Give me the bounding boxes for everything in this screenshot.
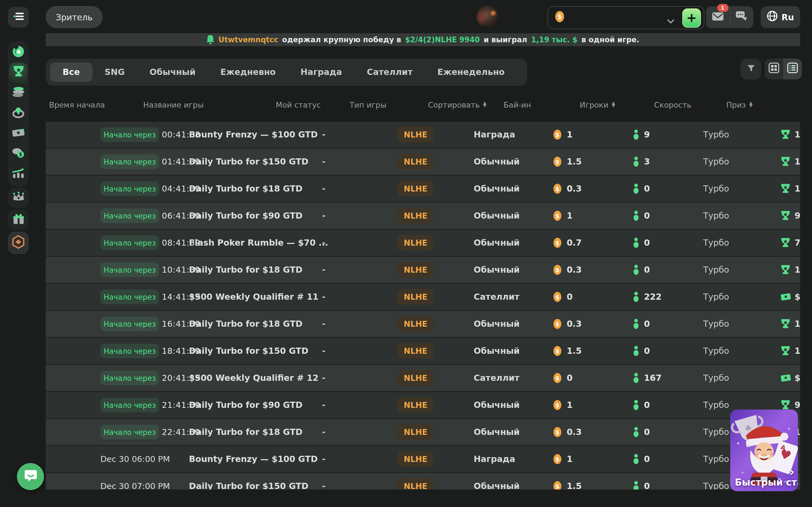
language-button[interactable]: Ru <box>761 6 800 28</box>
table-row[interactable]: Dec 30 07:00 PMDaily Turbo for $150 GTD-… <box>46 473 800 490</box>
table-row[interactable]: Начало через22:41:39Daily Turbo for $18 … <box>46 419 800 446</box>
players-count: 0 <box>644 319 650 329</box>
tab-0[interactable]: Все <box>50 62 92 82</box>
starts-in-badge: Начало через <box>100 317 159 331</box>
sort-arrows-icon[interactable]: ▲▼ <box>612 102 615 108</box>
sidebar-item-home[interactable]: ♠ <box>9 42 28 62</box>
promo-chevron-icon: › <box>790 465 795 479</box>
table-row[interactable]: Начало через18:41:39Daily Turbo for $150… <box>46 338 800 365</box>
buyin-value: 0.3 <box>567 427 581 437</box>
sidebar-nav-group: ♠ $ <box>8 41 29 186</box>
speed: Турбо <box>703 427 729 437</box>
buyin-value: 1 <box>567 400 573 410</box>
buyin-value: 1.5 <box>567 157 581 167</box>
spectator-mode-button[interactable]: Зритель <box>46 6 103 28</box>
players-count: 222 <box>644 292 662 302</box>
start-time: Dec 30 06:00 PM <box>100 455 170 464</box>
sort-arrows-icon[interactable]: ▲▼ <box>483 102 487 108</box>
sidebar-item-rank[interactable] <box>8 231 29 254</box>
table-row[interactable]: Начало через10:41:39Daily Turbo for $18 … <box>46 257 800 284</box>
svg-text:$: $ <box>555 348 559 355</box>
sidebar-item-bonuses[interactable] <box>8 210 29 230</box>
table-row[interactable]: Начало через00:41:38Bounty Frenzy — $100… <box>46 122 800 149</box>
tab-3[interactable]: Ежедневно <box>208 62 288 82</box>
game-name: Daily Turbo for $90 GTD <box>189 400 303 410</box>
dollar-coin-icon: $ <box>553 291 562 302</box>
my-status: - <box>322 129 325 140</box>
tab-4[interactable]: Награда <box>288 62 354 82</box>
table-row[interactable]: Начало через21:41:39Daily Turbo for $90 … <box>46 392 800 419</box>
banner-game: $2/4(2)NLHE 9940 <box>405 36 480 44</box>
list-view-button[interactable] <box>783 59 802 79</box>
trophy-prize-icon <box>780 210 791 221</box>
winner-username[interactable]: Utwtvemnqtcc <box>218 36 278 44</box>
game-name: Daily Turbo for $18 GTD <box>189 427 303 437</box>
prize-value: 18 <box>795 319 800 329</box>
column-header-4[interactable]: Сортировать▲▼ <box>428 100 486 109</box>
buyin-value: 0.3 <box>567 184 581 194</box>
filter-button[interactable] <box>741 59 761 79</box>
prize-value: 100 + Награ... <box>795 129 800 140</box>
mail-button[interactable]: 1 <box>706 6 729 28</box>
add-funds-button[interactable]: + <box>682 8 701 27</box>
table-row[interactable]: Начало через14:41:39$500 Weekly Qualifie… <box>46 284 800 311</box>
sidebar-toggle-button[interactable] <box>8 7 29 27</box>
sidebar-item-tickets[interactable] <box>9 123 28 144</box>
tab-6[interactable]: Еженедельно <box>425 62 517 82</box>
my-status: - <box>322 265 325 275</box>
my-status: - <box>322 400 325 410</box>
sidebar-item-cash-games[interactable] <box>9 83 28 103</box>
avatar[interactable] <box>476 6 499 27</box>
table-row[interactable]: Начало через08:41:39Flash Poker Rumble —… <box>46 230 800 257</box>
support-chat-button[interactable] <box>17 463 44 490</box>
category: Награда <box>474 129 515 140</box>
column-header-5: Бай-ин <box>504 100 531 109</box>
tab-5[interactable]: Сателлит <box>354 62 425 82</box>
chat-button[interactable] <box>730 6 753 28</box>
table-row[interactable]: Начало через20:41:39$500 Weekly Qualifie… <box>46 365 800 392</box>
table-row[interactable]: Начало через16:41:39Daily Turbo for $18 … <box>46 311 800 338</box>
tab-1[interactable]: SNG <box>92 62 137 82</box>
column-header-6[interactable]: Игроки▲▼ <box>580 100 615 109</box>
game-type-badge: NLHE <box>398 127 434 143</box>
game-type-badge: NLHE <box>398 154 434 170</box>
brand-spade-icon: ♠ <box>12 45 25 60</box>
currency-selector[interactable]: $ + <box>548 6 704 29</box>
tab-2[interactable]: Обычный <box>137 62 208 82</box>
dollar-coin-icon: $ <box>553 481 562 490</box>
category: Обычный <box>474 400 520 410</box>
players-icon <box>632 210 640 221</box>
grid-view-button[interactable] <box>765 59 783 79</box>
trophy-prize-icon <box>780 237 791 248</box>
ticket-icon <box>12 127 25 140</box>
quick-start-promo-card[interactable]: A ♠ Быстрый старт › <box>730 409 798 491</box>
sidebar-item-leaderboard[interactable] <box>9 164 28 184</box>
prize-value: 90 <box>795 211 800 221</box>
dollar-coin-icon: $ <box>555 11 564 25</box>
banner-text: и выиграл <box>484 36 527 44</box>
column-label: Время начала <box>49 100 105 109</box>
category: Обычный <box>474 157 520 167</box>
table-row[interactable]: Начало через06:41:39Daily Turbo for $90 … <box>46 203 800 230</box>
category: Обычный <box>474 427 520 437</box>
tournaments-trophy-icon <box>12 65 24 80</box>
players-icon <box>632 129 640 140</box>
sidebar-item-spins[interactable] <box>9 103 28 123</box>
my-status: - <box>322 157 325 167</box>
sort-arrows-icon[interactable]: ▲▼ <box>749 102 753 108</box>
column-header-8[interactable]: Приз▲▼ <box>726 100 753 109</box>
tournament-table: Начало через00:41:38Bounty Frenzy — $100… <box>46 122 800 490</box>
winner-ticker-banner: Utwtvemnqtcc одержал крупную победу в $2… <box>46 33 800 46</box>
sidebar-item-cashier[interactable]: $ <box>9 144 28 164</box>
dollar-coin-icon: $ <box>553 346 562 356</box>
sidebar-item-vip[interactable] <box>8 187 29 208</box>
table-row[interactable]: Начало через04:41:39Daily Turbo for $18 … <box>46 176 800 203</box>
sidebar-item-tournaments[interactable] <box>9 62 28 83</box>
players-icon <box>632 400 640 410</box>
buyin-value: 0.7 <box>567 238 581 248</box>
game-name: Daily Turbo for $18 GTD <box>189 319 303 329</box>
chevron-down-icon <box>667 16 674 26</box>
banner-text: в одной игре. <box>581 36 639 44</box>
table-row[interactable]: Начало через01:41:39Daily Turbo for $150… <box>46 149 800 176</box>
table-row[interactable]: Dec 30 06:00 PMBounty Frenzy — $100 GTD-… <box>46 446 800 473</box>
